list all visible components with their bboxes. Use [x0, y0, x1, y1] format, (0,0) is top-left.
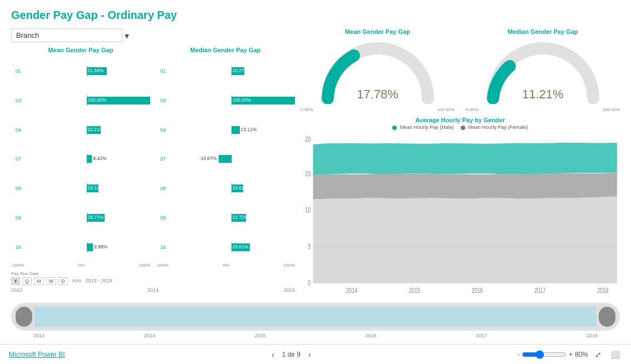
time-btn-w[interactable]: W [46, 277, 57, 285]
area-chart-legend: Mean Hourly Pay (Male) Mean Hourly Pay (… [300, 124, 620, 130]
expand-button[interactable]: ⬜ [608, 349, 622, 360]
median-gauge-axis: 0.00% 100.00% [466, 107, 620, 112]
mean-bar-chart-title: Mean Gender Pay Gap [11, 47, 150, 53]
gauges-row: Mean Gender Pay Gap 17.78% 0.00% 100.00% [300, 28, 620, 112]
footer-right: - + 80% ⤢ ⬜ [517, 349, 622, 360]
fullscreen-button[interactable]: ⤢ [593, 349, 604, 360]
zoom-slider[interactable] [522, 350, 566, 359]
table-row: 03100.00% [11, 95, 150, 106]
page-title: Gender Pay Gap - Ordinary Pay [11, 9, 620, 22]
median-gauge-title: Median Gender Pay Gap [466, 28, 620, 35]
mean-axis-labels: -100% 0% 100% [11, 263, 150, 268]
mean-bar-chart-inner: 0131.89%03100.00%0422.21%078.42%0819.12%… [11, 57, 150, 262]
scroll-handle-right[interactable] [599, 307, 615, 327]
zoom-controls: - + 80% [517, 350, 588, 359]
svg-text:2015: 2015 [409, 286, 421, 293]
median-gauge-wrap: 11.21% [482, 37, 604, 106]
footer: Microsoft Power BI ‹ 1 de 9 › - + 80% ⤢ … [0, 344, 631, 364]
mean-bar-chart: Mean Gender Pay Gap 0131.89%03100.00%042… [11, 47, 150, 268]
table-row: 0120.27% [156, 66, 295, 77]
median-bar-chart-title: Median Gender Pay Gap [156, 47, 295, 53]
area-chart-svg: 20 15 10 5 0 2014 2015 20 [300, 132, 620, 293]
next-page-button[interactable]: › [305, 349, 314, 360]
bar-charts-row: Mean Gender Pay Gap 0131.89%03100.00%042… [11, 47, 295, 268]
svg-text:5: 5 [308, 242, 310, 250]
page-nav: ‹ 1 de 9 › [268, 349, 314, 360]
zoom-minus[interactable]: - [517, 351, 520, 358]
mean-gauge-value: 17.78% [357, 87, 398, 102]
scroll-bar-section: 2013 2014 2015 2016 2017 2018 [0, 297, 631, 344]
timeline-row: 2013 2014 2015 [11, 287, 295, 293]
right-panel: Mean Gender Pay Gap 17.78% 0.00% 100.00% [300, 28, 620, 293]
time-btn-d[interactable]: D [58, 277, 68, 285]
bottom-scroll[interactable]: 2013 2014 2015 2016 2017 2018 [11, 303, 620, 331]
filter-row: Branch [11, 28, 295, 42]
table-row: 0928.77% [11, 212, 150, 223]
table-row: 0922.72% [156, 212, 295, 223]
legend-male: Mean Hourly Pay (Male) [392, 124, 454, 130]
area-chart-title: Average Hourly Pay by Gender [300, 117, 620, 123]
mean-gauge-wrap: 17.78% [317, 37, 439, 106]
table-row: 0818.61% [156, 183, 295, 194]
mean-gauge-axis: 0.00% 100.00% [300, 107, 455, 112]
scroll-handle-left[interactable] [16, 307, 32, 327]
zoom-percentage: 80% [575, 351, 588, 358]
time-btn-m[interactable]: M [34, 277, 44, 285]
mean-gauge-title: Mean Gender Pay Gap [300, 28, 455, 35]
svg-text:10: 10 [305, 206, 310, 214]
svg-text:2018: 2018 [597, 286, 609, 293]
median-gauge-value: 11.21% [522, 87, 564, 102]
table-row: 0819.12% [11, 183, 150, 194]
scroll-labels: 2013 2014 2015 2016 2017 2018 [33, 333, 598, 338]
table-row: 03100.00% [156, 95, 295, 106]
legend-dot-female [461, 126, 465, 130]
table-row: 1629.61% [156, 242, 295, 253]
table-row: 078.42% [11, 153, 150, 164]
median-bar-chart: Median Gender Pay Gap 0120.27%03100.00%0… [156, 47, 295, 268]
time-label: Pay Run Date [11, 271, 295, 276]
mean-gauge: Mean Gender Pay Gap 17.78% 0.00% 100.00% [300, 28, 455, 112]
table-row: 0131.89% [11, 66, 150, 77]
median-bar-chart-inner: 0120.27%03100.00%0413.11%07-19.67%0818.6… [156, 57, 295, 262]
time-btn-y[interactable]: Y [11, 277, 20, 285]
zoom-plus[interactable]: + [569, 351, 573, 358]
branch-select[interactable]: Branch [11, 28, 122, 42]
time-btn-q[interactable]: Q [22, 277, 32, 285]
svg-text:0: 0 [308, 278, 310, 286]
svg-text:15: 15 [305, 170, 310, 178]
area-chart: Average Hourly Pay by Gender Mean Hourly… [300, 117, 620, 293]
table-row: 169.98% [11, 242, 150, 253]
svg-text:2014: 2014 [346, 286, 358, 293]
svg-text:20: 20 [305, 136, 310, 143]
table-row: 0413.11% [156, 124, 295, 136]
prev-page-button[interactable]: ‹ [268, 349, 278, 360]
median-axis-labels: -100% 0% 100% [156, 263, 295, 268]
scroll-track[interactable] [34, 307, 597, 327]
time-buttons: Y Q M W D [11, 277, 68, 285]
time-range-label: 2013 - 2018 [86, 278, 112, 283]
median-gauge: Median Gender Pay Gap 11.21% 0.00% 100.0… [466, 28, 620, 112]
table-row: 07-19.67% [156, 153, 295, 164]
time-sub-label: Ano [72, 278, 81, 283]
legend-female: Mean Hourly Pay (Female) [461, 124, 528, 130]
legend-dot-male [392, 126, 397, 130]
time-controls: Pay Run Date Y Q M W D Ano 2013 - 2018 2… [11, 271, 295, 293]
left-panel: Branch Mean Gender Pay Gap 0131.89%03100… [11, 28, 295, 293]
svg-text:2017: 2017 [534, 286, 546, 293]
powerbi-link[interactable]: Microsoft Power BI [9, 351, 65, 358]
table-row: 0422.21% [11, 124, 150, 136]
svg-text:2016: 2016 [471, 286, 483, 293]
area-chart-svg-wrap: 20 15 10 5 0 2014 2015 20 [300, 132, 620, 293]
page-indicator: 1 de 9 [282, 351, 300, 358]
branch-select-wrapper[interactable]: Branch [11, 28, 134, 42]
